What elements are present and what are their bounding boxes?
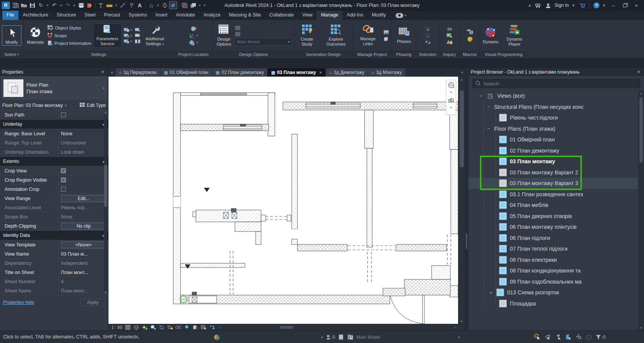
depth-clipping-button[interactable]: No clip: [61, 223, 106, 230]
properties-scrollbar[interactable]: ▴▾: [104, 110, 108, 295]
position-button[interactable]: ▾: [189, 39, 198, 46]
tab-view[interactable]: View: [298, 11, 317, 20]
crop-region-icon[interactable]: [167, 325, 173, 330]
view-tab-3d-demontazhu[interactable]: ⌂Зд Демонтажу: [326, 68, 368, 77]
tab-modify[interactable]: Modify: [368, 11, 390, 20]
steering-wheel-icon[interactable]: 2D: [448, 82, 455, 90]
property-row-view-template[interactable]: View Template<None>: [0, 240, 108, 249]
materials-button[interactable]: Materials: [26, 26, 45, 46]
vertical-scroll-thumb[interactable]: [460, 90, 464, 167]
zoom-dropdown-icon[interactable]: ▾: [450, 106, 452, 109]
tree-item-01[interactable]: 01 Обмірний план: [468, 134, 638, 145]
macro-security-button[interactable]: [467, 36, 473, 42]
sync-with-central-icon[interactable]: ↻: [37, 1, 45, 9]
save-selection-button[interactable]: [425, 26, 431, 31]
scroll-down-icon[interactable]: ▾: [640, 325, 642, 330]
select-pinned-toggle[interactable]: [555, 334, 562, 340]
save-icon[interactable]: [28, 1, 36, 9]
tree-item-08-elektryky[interactable]: 08 План електрики: [468, 254, 638, 266]
measure-dropdown-icon[interactable]: ▾: [114, 1, 118, 9]
properties-close-icon[interactable]: ×: [100, 69, 106, 75]
measure-icon[interactable]: [105, 1, 113, 9]
select-by-id-button[interactable]: [446, 33, 453, 38]
manage-links-button[interactable]: Manage Links: [355, 24, 381, 47]
active-workset-dropdown[interactable]: Main Model▾: [356, 335, 460, 340]
property-row-depth-clipping[interactable]: Depth ClippingNo clip: [0, 222, 108, 231]
create-study-button[interactable]: Create Study: [296, 23, 317, 47]
wheel-dropdown-icon[interactable]: ▾: [450, 90, 452, 94]
tree-item-ploshchadka[interactable]: Площадка: [468, 298, 638, 309]
snaps-button[interactable]: Snaps: [47, 32, 92, 39]
horizontal-scrollbar[interactable]: [227, 324, 452, 331]
edit-type-button[interactable]: Edit Type: [79, 102, 106, 108]
tree-item-level-chyst[interactable]: Рівень чист.підлоги: [468, 112, 638, 123]
tree-item-013[interactable]: +013 Схема розгорток: [468, 287, 638, 298]
additional-settings-button[interactable]: Additional Settings ▾: [143, 24, 167, 47]
collapse-toggle[interactable]: −: [486, 126, 491, 131]
panel-splitter[interactable]: [465, 68, 468, 330]
collapse-toggle[interactable]: −: [478, 93, 483, 99]
macro-manager-button[interactable]: [467, 29, 473, 34]
tree-item-03-variant3[interactable]: 03 План монтажу Варіант 3: [468, 178, 638, 189]
tree-item-06-pidlohy[interactable]: 06 План підлоги: [468, 233, 638, 244]
collapse-search-icon[interactable]: ◂: [527, 2, 532, 10]
property-row-base-level[interactable]: Range: Base LevelNone: [0, 129, 108, 138]
coordinates-button[interactable]: ▾: [189, 33, 198, 38]
tab-file[interactable]: File: [2, 11, 18, 20]
modify-button[interactable]: Modify: [2, 25, 21, 46]
tree-item-floor-plans[interactable]: −Floor Plans (План этажа): [468, 123, 638, 135]
view-template-button[interactable]: <None>: [61, 241, 106, 248]
review-warnings-button[interactable]: !: [446, 39, 453, 44]
crop-view-checkbox[interactable]: ✓: [61, 168, 66, 173]
view-tab-02[interactable]: ▦02 План демонтажу: [212, 68, 268, 77]
tree-item-03-current[interactable]: 03 План монтажу: [468, 156, 638, 167]
browser-scroll-thumb[interactable]: [639, 97, 643, 162]
tab-steel[interactable]: Steel: [80, 11, 100, 20]
close-view-icon[interactable]: ×: [108, 68, 115, 77]
switch-windows-dropdown-icon[interactable]: ▾: [197, 1, 202, 9]
reveal-hidden-icon[interactable]: [184, 325, 190, 330]
tab-massing-site[interactable]: Massing & Site: [225, 11, 265, 20]
temporary-hide-isolate-icon[interactable]: [176, 325, 181, 330]
revit-logo-icon[interactable]: R: [2, 2, 10, 9]
tree-item-08-kondytsio[interactable]: 08 План кондиціонування та: [468, 265, 638, 276]
transfer-icon[interactable]: [85, 1, 94, 9]
workset-dialog-icon[interactable]: [347, 334, 353, 340]
tab-analyze[interactable]: Analyze: [199, 11, 225, 20]
tab-structure[interactable]: Structure: [53, 11, 80, 20]
view-tab-list-button[interactable]: ▾: [461, 68, 463, 77]
annotation-crop-checkbox[interactable]: [61, 187, 66, 192]
tab-manage[interactable]: Manage: [317, 11, 342, 20]
crop-region-visible-checkbox[interactable]: ✓: [61, 177, 66, 182]
user-icon[interactable]: [544, 2, 552, 10]
property-row-title-on-sheet[interactable]: Title on SheetПлан монт...: [0, 268, 108, 277]
parameters-service-button[interactable]: Parameters Service: [93, 23, 122, 47]
browser-scrollbar[interactable]: ▴ ▾: [638, 90, 644, 330]
view-tab-3d-peredpokoyu[interactable]: ⌂Зд Передпокою: [115, 68, 161, 77]
manage-images-button[interactable]: [383, 30, 389, 35]
select-links-toggle[interactable]: [534, 334, 541, 340]
close-inactive-windows-icon[interactable]: [181, 1, 189, 9]
search-input[interactable]: [483, 81, 637, 87]
drag-on-selection-toggle[interactable]: [575, 334, 582, 340]
tree-item-views[interactable]: −◳Views (все): [468, 90, 638, 102]
sync-dropdown-icon[interactable]: ▾: [45, 1, 50, 9]
dynamo-status-icon[interactable]: [214, 331, 220, 343]
zoom-icon[interactable]: [448, 97, 455, 105]
constraints-icon[interactable]: [209, 325, 215, 330]
select-underlay-toggle[interactable]: [545, 334, 552, 340]
home-dropdown-icon[interactable]: ▾: [156, 1, 160, 9]
search-icon[interactable]: [534, 2, 542, 10]
expand-toggle[interactable]: +: [488, 290, 493, 295]
resize-grip[interactable]: ∴: [458, 325, 465, 329]
browser-search[interactable]: [472, 79, 640, 88]
view-tab-03-active[interactable]: ▦03 План монтажу×: [268, 68, 325, 77]
close-tab-icon[interactable]: ×: [319, 70, 322, 75]
redo-icon[interactable]: ↷: [64, 1, 72, 9]
visual-style-icon[interactable]: [133, 325, 139, 330]
open-icon[interactable]: [20, 1, 28, 9]
customize-qat-icon[interactable]: ▾: [202, 1, 207, 9]
worksets-icon[interactable]: [338, 334, 344, 340]
tag-icon[interactable]: [127, 1, 135, 9]
sign-in-dropdown-icon[interactable]: ▾: [571, 2, 576, 10]
